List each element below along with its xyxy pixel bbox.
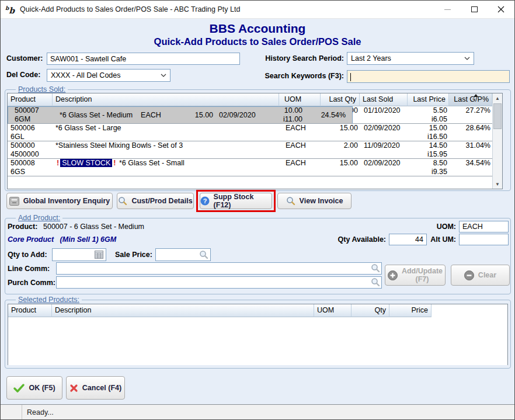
column-header-label: Last Price bbox=[413, 95, 446, 103]
cell-line: 02/09/2020 bbox=[219, 111, 261, 120]
magnifier-icon bbox=[118, 196, 127, 206]
cell-line: i11.00 bbox=[267, 115, 302, 124]
cell-product: 5000066GL bbox=[8, 124, 53, 141]
slow-stock-warning-badge: SLOW STOCK bbox=[60, 159, 112, 167]
page-subtitle: Quick-Add Products to Sales Order/POS Sa… bbox=[1, 36, 514, 47]
cell-line: i6.05 bbox=[412, 115, 447, 123]
global-inventory-enquiry-button[interactable]: Global Inventory Enquiry bbox=[6, 193, 113, 209]
add-update-button[interactable]: Add/Update(F7) bbox=[385, 265, 446, 286]
calculator-icon[interactable] bbox=[95, 251, 103, 259]
view-invoice-button[interactable]: View Invoice bbox=[277, 193, 352, 209]
core-product-note: Core Product (Min Sell 1) 6GM bbox=[8, 235, 116, 244]
search-keywords-input[interactable] bbox=[347, 70, 510, 83]
cell-description: *Stainless Steel Mixing Bowls - Set of 3 bbox=[53, 141, 280, 158]
cell-last-price: 10.00i11.00 bbox=[264, 106, 305, 124]
cell-line: 500006 bbox=[11, 124, 50, 133]
maximize-button[interactable] bbox=[461, 1, 488, 18]
customer-input[interactable] bbox=[47, 53, 240, 65]
product-row[interactable]: 5000066GL*6 Glass Set - LargeEACH15.0002… bbox=[8, 124, 493, 141]
customer-label: Customer: bbox=[6, 54, 43, 63]
column-header-label: Qty bbox=[375, 306, 386, 314]
cell-line: EACH bbox=[286, 141, 319, 150]
product-row[interactable]: 5000086GS!SLOW STOCK! *6 Glass Set - Sma… bbox=[8, 159, 493, 176]
cell-last-gp: 28.64% bbox=[450, 124, 493, 141]
cell-line: i16.50 bbox=[412, 133, 447, 141]
product-row[interactable]: 5000004500000*Stainless Steel Mixing Bow… bbox=[8, 141, 493, 159]
cell-last-gp: 34.54% bbox=[450, 159, 493, 176]
column-header-label: Description bbox=[55, 95, 92, 103]
magnifier-icon[interactable] bbox=[371, 277, 380, 287]
cell-line: 27.27% bbox=[453, 106, 490, 115]
cell-line: 4500000 bbox=[11, 150, 50, 158]
column-header-last-g-p[interactable]: Last G/P% bbox=[449, 93, 492, 106]
svg-text:?: ? bbox=[203, 197, 207, 204]
cell-last-gp: 31.04% bbox=[450, 141, 493, 158]
status-segment bbox=[1, 405, 22, 419]
add-product-group-label: Add Product: bbox=[16, 214, 62, 222]
cell-line: 500007 bbox=[15, 106, 54, 115]
column-header-last-qty[interactable]: Last Qty bbox=[321, 93, 360, 106]
magnifier-icon[interactable] bbox=[371, 263, 380, 273]
close-icon bbox=[497, 6, 504, 13]
cell-line: 5.50 bbox=[412, 106, 447, 115]
dialog-window: bb Quick-Add Products to Sales Order/POS… bbox=[0, 0, 515, 420]
ok-button[interactable]: OK (F5) bbox=[6, 376, 62, 400]
chevron-down-icon bbox=[161, 74, 166, 77]
alt-um-label: Alt UM: bbox=[409, 235, 456, 244]
cell-line: 10.00 bbox=[267, 106, 302, 115]
column-header-description[interactable]: Description bbox=[53, 93, 279, 106]
column-header-last-price[interactable]: Last Price bbox=[408, 93, 449, 106]
column-header-product[interactable]: Product bbox=[8, 93, 53, 106]
product-row[interactable]: 5000076GM*6 Glass Set - MediumEACH15.000… bbox=[8, 106, 353, 124]
cell-description: !SLOW STOCK! *6 Glass Set - Small bbox=[53, 159, 280, 176]
vertical-scrollbar[interactable]: ▲ ▼ bbox=[492, 93, 502, 189]
scrollbar-thumb[interactable] bbox=[493, 103, 502, 129]
scroll-down-icon[interactable]: ▼ bbox=[493, 179, 502, 189]
scroll-up-icon[interactable]: ▲ bbox=[493, 93, 502, 103]
minimize-button[interactable] bbox=[434, 1, 461, 18]
window-title: Quick-Add Products to Sales Order/POS Sa… bbox=[20, 5, 240, 13]
cell-line: EACH bbox=[286, 124, 319, 133]
cell-last-qty: 2.00 bbox=[322, 141, 361, 158]
cell-last-price: 14.50i15.95 bbox=[409, 141, 450, 158]
cell-line: EACH bbox=[286, 159, 319, 168]
cell-line: 11/09/2020 bbox=[364, 141, 406, 150]
description-line: !SLOW STOCK! *6 Glass Set - Small bbox=[55, 159, 277, 168]
column-header-product[interactable]: Product bbox=[8, 304, 52, 317]
cell-description: *6 Glass Set - Large bbox=[53, 124, 280, 141]
cell-line: 15.00 bbox=[325, 159, 358, 168]
cell-line: 2.00 bbox=[325, 141, 358, 150]
line-comm-input[interactable] bbox=[56, 262, 382, 275]
column-header-label: Price bbox=[412, 306, 428, 314]
cancel-button[interactable]: Cancel (F4) bbox=[66, 376, 125, 400]
product-label: Product: bbox=[8, 223, 37, 231]
cust-prod-details-button[interactable]: Cust/Prod Details bbox=[117, 193, 194, 209]
warning-exclamation: ! bbox=[112, 159, 117, 167]
close-button[interactable] bbox=[488, 1, 514, 18]
column-header-uom[interactable]: UOM bbox=[314, 304, 352, 317]
column-header-price[interactable]: Price bbox=[389, 304, 432, 317]
history-period-select[interactable]: Last 2 Years bbox=[347, 52, 474, 65]
check-icon bbox=[13, 383, 25, 393]
supp-stock-button[interactable]: ? Supp Stock (F12) bbox=[200, 193, 272, 209]
plus-circle-icon bbox=[388, 270, 398, 280]
column-header-qty[interactable]: Qty bbox=[352, 304, 389, 317]
inventory-icon bbox=[9, 197, 19, 206]
cell-last-sold: 11/09/2020 bbox=[361, 141, 409, 158]
column-header-uom[interactable]: UOM bbox=[279, 93, 321, 106]
del-code-select[interactable]: XXXX - All Del Codes bbox=[47, 69, 170, 82]
column-header-last-sold[interactable]: Last Sold bbox=[360, 93, 408, 106]
column-header-description[interactable]: Description bbox=[52, 304, 314, 317]
cell-uom: EACH bbox=[280, 159, 322, 176]
selected-products-table: ProductDescriptionUOMQtyPrice bbox=[8, 304, 508, 365]
purch-comm-input[interactable] bbox=[56, 276, 382, 289]
column-header-label: UOM bbox=[284, 95, 301, 103]
cell-line: 6GS bbox=[11, 168, 50, 176]
description-line: *6 Glass Set - Medium bbox=[60, 111, 133, 120]
cell-line: 02/09/2020 bbox=[364, 124, 406, 133]
magnifier-icon[interactable] bbox=[199, 250, 208, 259]
cell-line: 500008 bbox=[11, 159, 50, 168]
clear-button[interactable]: Clear bbox=[451, 265, 510, 286]
cell-line: 8.50 bbox=[412, 159, 447, 168]
cell-line: 28.64% bbox=[453, 124, 490, 133]
